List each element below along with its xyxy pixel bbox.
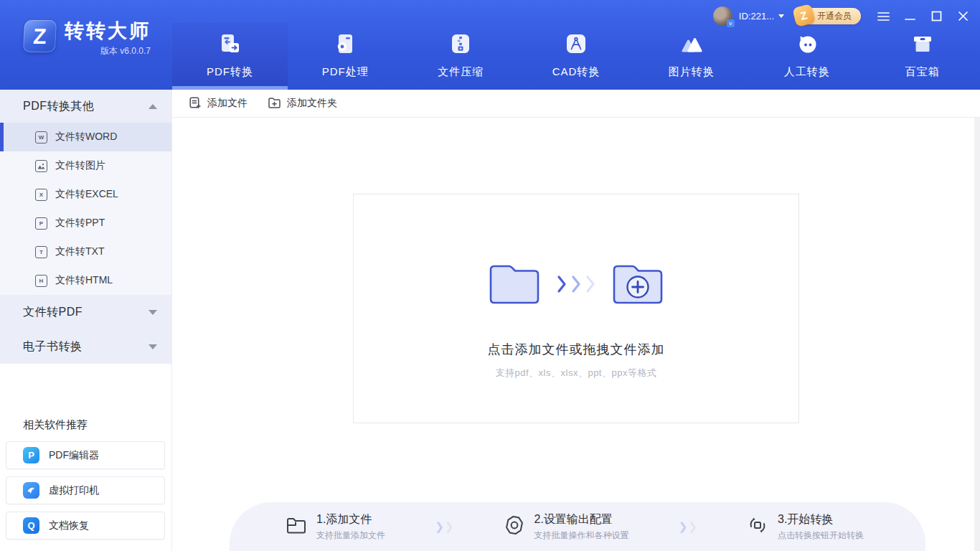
- doc-recovery-icon: Q: [23, 517, 39, 534]
- tab-label: PDF处理: [322, 65, 369, 79]
- pdf-process-icon: [331, 31, 359, 62]
- menu-icon[interactable]: [877, 10, 890, 23]
- sidebar-item-label: 文件转EXCEL: [55, 188, 118, 201]
- step-desc: 支持批量添加文件: [316, 529, 385, 542]
- step-add-file: 1.添加文件 支持批量添加文件: [286, 512, 385, 542]
- steps-guide-bar: 1.添加文件 支持批量添加文件 ❯❯ 2.设置输出配置 支持批量操作和各种设置 …: [230, 502, 925, 551]
- image-convert-icon: [677, 31, 706, 62]
- add-folder-button[interactable]: 添加文件夹: [268, 96, 337, 111]
- cad-convert-icon: [562, 31, 590, 62]
- recommend-section: 相关软件推荐 P PDF编辑器 虚拟打印机 Q 文档恢复: [0, 418, 171, 540]
- sidebar-item-file-to-excel[interactable]: X 文件转EXCEL: [0, 180, 171, 209]
- vip-label: 开通会员: [817, 10, 852, 22]
- sidebar-item-label: 文件转HTML: [55, 274, 113, 287]
- sidebar-item-file-to-txt[interactable]: T 文件转TXT: [0, 237, 171, 266]
- add-folder-label: 添加文件夹: [287, 97, 337, 110]
- recommend-virtual-printer[interactable]: 虚拟打印机: [6, 476, 165, 504]
- doc-h-icon: H: [35, 275, 47, 287]
- step-target-icon: [504, 514, 525, 539]
- vip-z-icon: Z: [792, 4, 816, 27]
- add-file-label: 添加文件: [207, 97, 248, 110]
- arrow-chevrons-icon: [555, 275, 597, 293]
- tab-label: 人工转换: [784, 65, 830, 79]
- vertical-scrollbar[interactable]: [974, 118, 980, 551]
- tab-pdf-process[interactable]: PDF处理: [288, 0, 403, 90]
- sidebar-item-label: 文件转图片: [55, 159, 105, 172]
- sidebar-group-ebook-convert[interactable]: 电子书转换: [0, 329, 171, 364]
- recommend-label: 虚拟打印机: [49, 484, 99, 497]
- tab-label: 图片转换: [669, 65, 715, 79]
- sidebar-item-label: 文件转WORD: [55, 131, 117, 143]
- folder-icon: [485, 258, 545, 311]
- step-title: 3.开始转换: [778, 512, 864, 527]
- file-drop-zone[interactable]: 点击添加文件或拖拽文件添加 支持pdf、xls、xlsx、ppt、ppx等格式: [353, 194, 799, 423]
- toolbox-icon: [908, 31, 937, 62]
- recommend-pdf-editor[interactable]: P PDF编辑器: [6, 441, 165, 469]
- sidebar: PDF转换其他 W 文件转WORD 文件转图片 X 文件转EXCEL P 文件转…: [0, 90, 172, 551]
- close-icon[interactable]: [956, 10, 969, 23]
- expand-caret-icon: [149, 310, 157, 315]
- doc-w-icon: W: [35, 131, 47, 143]
- vip-upgrade-button[interactable]: Z 开通会员: [800, 8, 861, 24]
- drop-zone-title: 点击添加文件或拖拽文件添加: [488, 341, 665, 358]
- tab-label: CAD转换: [552, 65, 600, 79]
- step-chevron-icon: ❯❯: [435, 520, 453, 533]
- group-label: PDF转换其他: [23, 99, 95, 114]
- group-label: 文件转PDF: [23, 305, 83, 320]
- virtual-printer-icon: [23, 482, 39, 499]
- user-bar: v ID:221... Z 开通会员: [713, 6, 969, 26]
- tab-file-compress[interactable]: 文件压缩: [403, 0, 519, 90]
- step-chevron-icon: ❯❯: [679, 520, 697, 533]
- tab-label: PDF转换: [207, 65, 253, 79]
- tab-cad-convert[interactable]: CAD转换: [519, 0, 634, 90]
- tab-pdf-convert[interactable]: PDF转换: [172, 0, 288, 90]
- sidebar-item-label: 文件转TXT: [55, 245, 104, 258]
- sidebar-item-file-to-html[interactable]: H 文件转HTML: [0, 266, 171, 295]
- tab-label: 文件压缩: [438, 65, 484, 79]
- app-version: 版本 v6.0.0.7: [65, 45, 151, 57]
- sidebar-group-file-to-pdf[interactable]: 文件转PDF: [0, 295, 171, 329]
- maximize-icon[interactable]: [930, 10, 943, 23]
- add-folder-icon: [268, 96, 281, 111]
- add-folder-plus-icon: [607, 258, 667, 311]
- add-file-icon: [189, 96, 202, 111]
- avatar-vip-badge: v: [727, 19, 735, 27]
- minimize-icon[interactable]: [903, 10, 916, 23]
- drop-zone-art: [485, 258, 667, 311]
- group-label: 电子书转换: [23, 339, 83, 354]
- step-convert-icon: [747, 514, 768, 539]
- avatar[interactable]: v: [713, 6, 732, 26]
- user-dropdown-caret-icon[interactable]: [778, 14, 784, 18]
- file-compress-icon: [446, 31, 475, 62]
- app-brand: Z 转转大师 版本 v6.0.0.7: [24, 20, 151, 57]
- sidebar-item-file-to-image[interactable]: 文件转图片: [0, 151, 171, 180]
- app-name: 转转大师: [65, 20, 151, 42]
- image-file-icon: [35, 160, 47, 172]
- step-desc: 支持批量操作和各种设置: [534, 529, 629, 542]
- recommend-doc-recovery[interactable]: Q 文档恢复: [6, 512, 165, 540]
- sidebar-item-file-to-ppt[interactable]: P 文件转PPT: [0, 209, 171, 237]
- doc-t-icon: T: [35, 246, 47, 258]
- sidebar-item-file-to-word[interactable]: W 文件转WORD: [0, 123, 171, 151]
- drop-zone-subtitle: 支持pdf、xls、xlsx、ppt、ppx等格式: [496, 367, 657, 380]
- sidebar-group-items: W 文件转WORD 文件转图片 X 文件转EXCEL P 文件转PPT T 文件…: [0, 123, 171, 295]
- app-logo-icon: Z: [23, 20, 57, 52]
- doc-x-icon: X: [35, 189, 47, 201]
- pdf-editor-icon: P: [23, 447, 39, 463]
- recommend-label: PDF编辑器: [49, 449, 99, 462]
- recommend-title: 相关软件推荐: [23, 418, 171, 432]
- title-bar: Z 转转大师 版本 v6.0.0.7 PDF转换: [0, 0, 980, 90]
- collapse-caret-icon: [149, 104, 157, 109]
- step-title: 2.设置输出配置: [534, 512, 629, 527]
- pdf-convert-icon: [215, 31, 244, 62]
- add-file-button[interactable]: 添加文件: [189, 96, 248, 111]
- sidebar-item-label: 文件转PPT: [55, 217, 105, 230]
- tab-label: 百宝箱: [905, 65, 940, 79]
- recommend-label: 文档恢复: [49, 519, 89, 532]
- manual-convert-icon: [793, 31, 821, 62]
- user-id[interactable]: ID:221...: [739, 11, 774, 22]
- sidebar-group-pdf-convert-other[interactable]: PDF转换其他: [0, 90, 171, 123]
- step-output-config: 2.设置输出配置 支持批量操作和各种设置: [504, 512, 629, 542]
- step-start-convert: 3.开始转换 点击转换按钮开始转换: [747, 512, 864, 542]
- file-toolbar: 添加文件 添加文件夹: [172, 90, 980, 118]
